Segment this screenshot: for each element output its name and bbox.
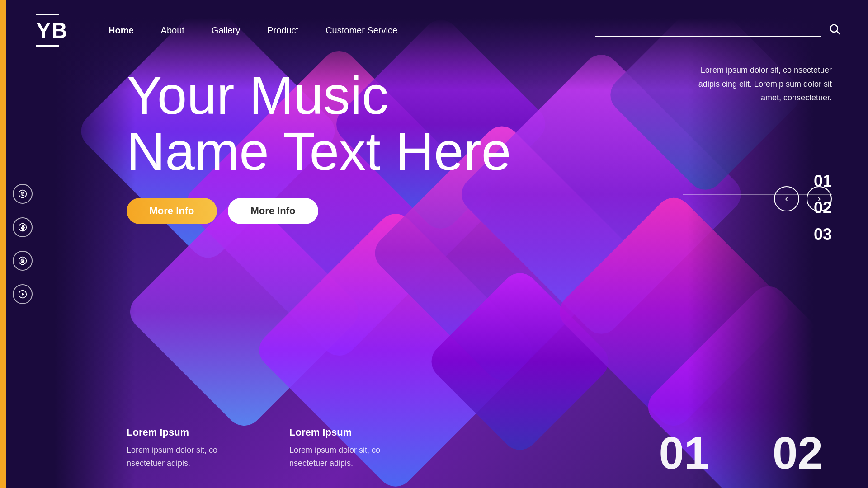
header: YB Home About Gallery Product Customer S… — [0, 0, 868, 50]
nav-product[interactable]: Product — [267, 25, 298, 36]
youtube-icon[interactable] — [13, 284, 33, 304]
numbered-item-1: 01 — [683, 172, 832, 195]
info-card-2: Lorem Ipsum Lorem ipsum dolor sit, co ns… — [289, 427, 407, 470]
logo-top-line — [36, 14, 59, 15]
nav-gallery[interactable]: Gallery — [212, 25, 240, 36]
twitter-icon[interactable] — [13, 184, 33, 204]
nav-customer-service[interactable]: Customer Service — [326, 25, 397, 36]
hero-line2: Name Text Here — [127, 122, 511, 181]
hero-title: Your Music Name Text Here — [127, 68, 533, 180]
bottom-number-02: 02 — [773, 427, 823, 479]
svg-point-2 — [19, 257, 27, 265]
card-title-1: Lorem Ipsum — [127, 427, 244, 438]
number-02: 02 — [683, 198, 832, 217]
search-area — [595, 23, 841, 38]
logo-text[interactable]: YB — [36, 20, 72, 42]
facebook-icon[interactable] — [13, 217, 33, 237]
hero-line1: Your Music — [127, 66, 388, 125]
card-title-2: Lorem Ipsum — [289, 427, 407, 438]
number-03: 03 — [683, 225, 832, 244]
social-sidebar — [13, 184, 33, 304]
bottom-cards: Lorem Ipsum Lorem ipsum dolor sit, co ns… — [127, 427, 407, 470]
card-body-1: Lorem ipsum dolor sit, co nsectetuer adi… — [127, 444, 244, 470]
instagram-icon[interactable] — [13, 251, 33, 271]
nav-home[interactable]: Home — [108, 25, 134, 36]
numbered-item-3: 03 — [683, 225, 832, 244]
divider-1 — [683, 194, 832, 195]
bottom-numbers: 01 02 — [659, 427, 823, 479]
card-body-2: Lorem ipsum dolor sit, co nsectetuer adi… — [289, 444, 407, 470]
bottom-number-01: 01 — [659, 427, 709, 479]
search-input[interactable] — [595, 24, 821, 37]
main-nav: Home About Gallery Product Customer Serv… — [108, 25, 595, 36]
svg-line-8 — [837, 31, 840, 34]
left-accent-bar — [0, 0, 6, 488]
search-button[interactable] — [828, 23, 841, 38]
more-info-primary-button[interactable]: More Info — [127, 198, 217, 224]
right-description: Lorem ipsum dolor sit, co nsectetuer adi… — [683, 63, 832, 105]
main-wrapper: YB Home About Gallery Product Customer S… — [0, 0, 868, 488]
svg-point-7 — [830, 24, 838, 32]
info-card-1: Lorem Ipsum Lorem ipsum dolor sit, co ns… — [127, 427, 244, 470]
numbered-item-2: 02 — [683, 198, 832, 221]
more-info-secondary-button[interactable]: More Info — [228, 198, 318, 224]
svg-point-4 — [22, 260, 23, 261]
logo-area: YB — [36, 14, 72, 47]
number-01: 01 — [683, 172, 832, 191]
svg-marker-6 — [22, 293, 24, 296]
numbered-list: 01 02 03 — [683, 172, 832, 244]
logo-bottom-line — [36, 45, 59, 47]
divider-2 — [683, 221, 832, 221]
nav-about[interactable]: About — [161, 25, 184, 36]
